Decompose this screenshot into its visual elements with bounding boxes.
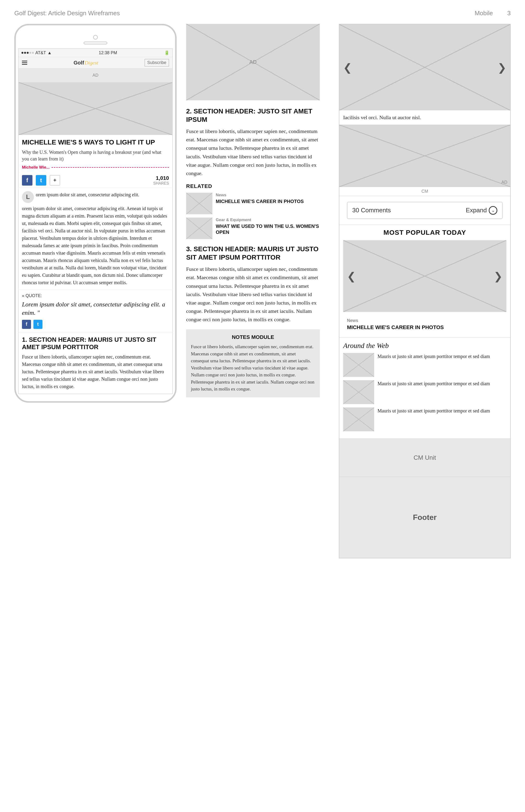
signal-bars — [21, 52, 34, 54]
section3-header: 3. SECTION HEADER: MAURIS UT JUSTO SIT A… — [186, 245, 320, 261]
battery-icon: 🔋 — [164, 50, 169, 55]
popular-left-arrow[interactable]: ❮ — [347, 270, 356, 282]
page-header-right: Mobile 3 — [475, 10, 511, 17]
phone-section-1: 1. SECTION HEADER: MAURIS UT JUSTO SIT A… — [19, 332, 172, 394]
related-item-1: News MICHELLE WIE'S CAREER IN PHOTOS — [186, 193, 320, 214]
phone-quote: « QUOTE: Lorem ipsum dolor sit amet, con… — [19, 290, 172, 332]
popular-carousel: ❮ ❯ — [343, 240, 506, 312]
phone-frame: AT&T ▲ 12:38 PM 🔋 Golf Digest Subscribe — [14, 24, 177, 403]
shares-label: SHARES — [153, 181, 169, 186]
social-share-row: f t + 1,010 SHARES — [19, 173, 172, 188]
related-item-2: Gear & Equipment WHAT WIE USED TO WIN TH… — [186, 218, 320, 239]
related-info-2: Gear & Equipment WHAT WIE USED TO WIN TH… — [216, 218, 320, 235]
article-column: AD 2. SECTION HEADER: JUSTO SIT AMET IPS… — [186, 24, 320, 397]
around-web-section: Around the Web Mauris ut justo sit amet … — [339, 337, 510, 438]
web-thumb-1 — [343, 353, 374, 377]
hamburger-menu[interactable] — [22, 61, 27, 65]
sidebar-column: ❮ ❯ Iacilisis vel orci. Nulla ut auctor … — [339, 24, 511, 559]
cm-unit: CM Unit — [339, 438, 510, 477]
related-title-2[interactable]: WHAT WIE USED TO WIN THE U.S. WOMEN'S OP… — [216, 223, 320, 235]
comments-count: 30 Comments — [352, 207, 391, 214]
phone-screen: AT&T ▲ 12:38 PM 🔋 Golf Digest Subscribe — [18, 48, 173, 394]
signal-dot-1 — [21, 52, 24, 54]
footer: Footer — [339, 477, 510, 558]
related-thumb-2 — [186, 218, 212, 239]
web-item-3: Mauris ut justo sit amet ipsum porttitor… — [343, 407, 506, 431]
byline-dash — [51, 167, 169, 168]
section1-headline: 1. SECTION HEADER: MAURIS UT JUSTO SIT A… — [22, 336, 169, 351]
carousel-caption: Iacilisis vel orci. Nulla ut auctor nisl… — [339, 110, 510, 125]
footer-label: Footer — [413, 513, 437, 522]
web-thumb-3 — [343, 407, 374, 431]
page-header: Golf Digest: Article Design Wireframes M… — [14, 10, 511, 17]
shares-count: 1,010 SHARES — [153, 175, 169, 186]
quote-facebook-icon[interactable]: f — [22, 320, 31, 329]
carousel-right-arrow[interactable]: ❯ — [498, 61, 506, 74]
sidebar-ad: AD — [339, 125, 510, 187]
subscribe-button[interactable]: Subscribe — [145, 59, 169, 67]
web-thumb-2 — [343, 380, 374, 404]
related-cat-2: Gear & Equipment — [216, 218, 320, 222]
section2-header: 2. SECTION HEADER: JUSTO SIT AMET IPSUM — [186, 107, 320, 124]
carousel-left-arrow[interactable]: ❮ — [343, 61, 352, 74]
more-share-button[interactable]: + — [50, 175, 60, 186]
quote-text: Lorem ipsum dolor sit amet, consectetur … — [22, 300, 169, 317]
around-web-title: Around the Web — [343, 342, 506, 350]
popular-right-arrow[interactable]: ❯ — [494, 270, 502, 282]
web-text-2[interactable]: Mauris ut justo sit amet ipsum porttitor… — [377, 380, 490, 387]
popular-caption: News MICHELLE WIE'S CAREER IN PHOTOS — [343, 315, 506, 334]
section1-body: Fusce ut libero lobortis, ullamcorper sa… — [22, 353, 169, 390]
hamburger-line-3 — [22, 64, 27, 65]
phone-container: AT&T ▲ 12:38 PM 🔋 Golf Digest Subscribe — [14, 24, 177, 403]
notes-body: Fusce ut libero lobortis, ullamcorper sa… — [191, 343, 315, 392]
cm-label: CM — [339, 187, 510, 196]
related-title-1[interactable]: MICHELLE WIE'S CAREER IN PHOTOS — [216, 199, 304, 204]
page-section: Mobile — [475, 10, 493, 17]
phone-headline: MICHELLE WIE'S 5 WAYS TO LIGHT IT UP Why… — [19, 135, 172, 173]
shares-number: 1,010 — [153, 175, 169, 181]
col2-ad-box: AD — [186, 24, 320, 100]
cm-unit-label: CM Unit — [414, 454, 436, 461]
signal-dot-5 — [32, 52, 34, 54]
section2-body: Fusce ut libero lobortis, ullamcorper sa… — [186, 127, 320, 177]
carrier: AT&T — [35, 50, 46, 55]
wifi-icon: ▲ — [47, 50, 52, 55]
quote-label: « QUOTE: — [22, 293, 169, 298]
hamburger-line-2 — [22, 62, 27, 63]
article-sub-headline: Why the U.S. Women's Open champ is havin… — [22, 149, 169, 162]
page-title: Golf Digest: Article Design Wireframes — [14, 10, 120, 17]
drop-cap: L — [22, 191, 34, 203]
col2-ad-label: AD — [250, 59, 257, 65]
phone-speaker — [84, 42, 107, 44]
popular-category: News — [347, 318, 502, 323]
page-number: 3 — [507, 10, 511, 17]
related-cat-1: News — [216, 193, 304, 198]
related-thumb-1 — [186, 193, 212, 214]
facebook-share-button[interactable]: f — [22, 175, 32, 186]
most-popular-title: MOST POPULAR TODAY — [343, 229, 506, 236]
phone-ad-label: AD — [92, 73, 98, 77]
chevron-down-icon: ⌄ — [489, 206, 497, 215]
notes-module: NOTES MODULE Fusce ut libero lobortis, u… — [186, 329, 320, 397]
web-text-3[interactable]: Mauris ut justo sit amet ipsum porttitor… — [377, 407, 490, 414]
hero-placeholder — [19, 82, 172, 135]
quote-twitter-icon[interactable]: t — [33, 320, 43, 329]
web-item-1: Mauris ut justo sit amet ipsum porttitor… — [343, 353, 506, 377]
web-item-2: Mauris ut justo sit amet ipsum porttitor… — [343, 380, 506, 404]
phone-camera — [93, 35, 98, 40]
byline-row: Michelle Wie... — [22, 165, 169, 170]
most-popular-section: MOST POPULAR TODAY ❮ ❯ News MICHELLE WIE… — [339, 225, 510, 338]
logo-digest: Digest — [85, 60, 98, 66]
expand-button[interactable]: Expand ⌄ — [466, 206, 497, 215]
expand-label: Expand — [466, 207, 487, 214]
article-main-headline: MICHELLE WIE'S 5 WAYS TO LIGHT IT UP — [22, 138, 169, 146]
twitter-share-button[interactable]: t — [36, 175, 46, 186]
comments-bar: 30 Comments Expand ⌄ — [347, 202, 502, 219]
notes-title: NOTES MODULE — [191, 334, 315, 340]
phone-ad-banner: AD — [19, 69, 172, 82]
section3-body: Fusce ut libero lobortis, ullamcorper sa… — [186, 265, 320, 323]
web-text-1[interactable]: Mauris ut justo sit amet ipsum porttitor… — [377, 353, 490, 360]
quote-social: f t — [22, 320, 169, 329]
sidebar-ad-label: AD — [501, 180, 507, 185]
signal-dot-2 — [24, 52, 26, 54]
